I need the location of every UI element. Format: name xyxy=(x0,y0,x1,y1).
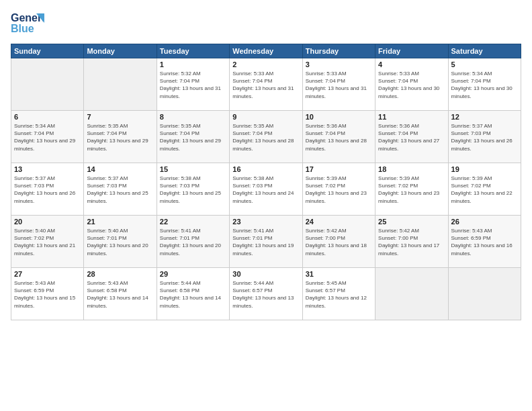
day-info: Sunrise: 5:43 AMSunset: 6:58 PMDaylight:… xyxy=(87,279,153,310)
calendar-cell: 14Sunrise: 5:37 AMSunset: 7:03 PMDayligh… xyxy=(84,163,157,216)
calendar-cell: 10Sunrise: 5:36 AMSunset: 7:04 PMDayligh… xyxy=(302,111,375,163)
day-info: Sunrise: 5:44 AMSunset: 6:57 PMDaylight:… xyxy=(232,279,299,310)
calendar-cell: 17Sunrise: 5:39 AMSunset: 7:02 PMDayligh… xyxy=(302,163,375,216)
calendar-cell: 1Sunrise: 5:32 AMSunset: 7:04 PMDaylight… xyxy=(157,58,229,111)
calendar-cell: 21Sunrise: 5:40 AMSunset: 7:01 PMDayligh… xyxy=(84,216,157,268)
day-info: Sunrise: 5:35 AMSunset: 7:04 PMDaylight:… xyxy=(160,122,226,152)
calendar-cell: 31Sunrise: 5:45 AMSunset: 6:57 PMDayligh… xyxy=(302,268,375,320)
day-info: Sunrise: 5:39 AMSunset: 7:02 PMDaylight:… xyxy=(378,175,445,205)
calendar-cell: 11Sunrise: 5:36 AMSunset: 7:04 PMDayligh… xyxy=(375,111,448,163)
day-number: 25 xyxy=(378,218,445,226)
day-number: 10 xyxy=(306,113,372,121)
weekday-header: Friday xyxy=(375,44,448,58)
day-info: Sunrise: 5:44 AMSunset: 6:58 PMDaylight:… xyxy=(160,279,226,310)
day-number: 17 xyxy=(306,165,372,173)
calendar-cell: 27Sunrise: 5:43 AMSunset: 6:59 PMDayligh… xyxy=(11,268,84,320)
day-info: Sunrise: 5:38 AMSunset: 7:03 PMDaylight:… xyxy=(232,175,299,205)
calendar-cell: 5Sunrise: 5:34 AMSunset: 7:04 PMDaylight… xyxy=(448,58,521,111)
day-info: Sunrise: 5:42 AMSunset: 7:00 PMDaylight:… xyxy=(378,227,445,257)
day-info: Sunrise: 5:41 AMSunset: 7:01 PMDaylight:… xyxy=(160,227,226,257)
day-number: 20 xyxy=(14,218,81,226)
weekday-header: Saturday xyxy=(448,44,521,58)
calendar-cell: 8Sunrise: 5:35 AMSunset: 7:04 PMDaylight… xyxy=(157,111,229,163)
calendar-cell: 13Sunrise: 5:37 AMSunset: 7:03 PMDayligh… xyxy=(11,163,84,216)
day-info: Sunrise: 5:37 AMSunset: 7:03 PMDaylight:… xyxy=(87,175,153,205)
calendar-cell: 9Sunrise: 5:35 AMSunset: 7:04 PMDaylight… xyxy=(230,111,302,163)
header: General Blue xyxy=(11,8,521,38)
calendar-cell: 12Sunrise: 5:37 AMSunset: 7:03 PMDayligh… xyxy=(448,111,521,163)
day-info: Sunrise: 5:32 AMSunset: 7:04 PMDaylight:… xyxy=(160,70,226,100)
day-info: Sunrise: 5:43 AMSunset: 6:59 PMDaylight:… xyxy=(14,279,81,310)
day-number: 26 xyxy=(451,218,518,226)
day-info: Sunrise: 5:35 AMSunset: 7:04 PMDaylight:… xyxy=(232,122,299,152)
weekday-header: Sunday xyxy=(11,44,84,58)
calendar-cell: 28Sunrise: 5:43 AMSunset: 6:58 PMDayligh… xyxy=(84,268,157,320)
day-number: 12 xyxy=(451,113,518,121)
calendar-cell xyxy=(375,268,448,320)
day-number: 5 xyxy=(451,60,518,68)
day-number: 31 xyxy=(306,270,372,278)
calendar-cell: 26Sunrise: 5:43 AMSunset: 6:59 PMDayligh… xyxy=(448,216,521,268)
day-number: 13 xyxy=(14,165,81,173)
calendar-cell: 7Sunrise: 5:35 AMSunset: 7:04 PMDaylight… xyxy=(84,111,157,163)
day-info: Sunrise: 5:36 AMSunset: 7:04 PMDaylight:… xyxy=(378,122,445,152)
calendar-cell: 23Sunrise: 5:41 AMSunset: 7:01 PMDayligh… xyxy=(230,216,302,268)
day-info: Sunrise: 5:37 AMSunset: 7:03 PMDaylight:… xyxy=(14,175,81,205)
calendar-week-row: 6Sunrise: 5:34 AMSunset: 7:04 PMDaylight… xyxy=(11,111,521,163)
svg-text:Blue: Blue xyxy=(11,23,34,34)
day-info: Sunrise: 5:43 AMSunset: 6:59 PMDaylight:… xyxy=(451,227,518,257)
calendar-page: General Blue SundayMondayTuesdayWednesda… xyxy=(0,0,532,411)
day-number: 9 xyxy=(232,113,299,121)
day-number: 14 xyxy=(87,165,153,173)
calendar-cell xyxy=(11,58,84,111)
day-number: 3 xyxy=(306,60,372,68)
calendar-week-row: 27Sunrise: 5:43 AMSunset: 6:59 PMDayligh… xyxy=(11,268,521,320)
calendar-cell: 24Sunrise: 5:42 AMSunset: 7:00 PMDayligh… xyxy=(302,216,375,268)
day-info: Sunrise: 5:33 AMSunset: 7:04 PMDaylight:… xyxy=(306,70,372,100)
day-number: 2 xyxy=(232,60,299,68)
calendar-table: SundayMondayTuesdayWednesdayThursdayFrid… xyxy=(11,44,521,320)
day-number: 21 xyxy=(87,218,153,226)
weekday-header: Tuesday xyxy=(157,44,229,58)
calendar-cell xyxy=(84,58,157,111)
calendar-cell: 19Sunrise: 5:39 AMSunset: 7:02 PMDayligh… xyxy=(448,163,521,216)
day-info: Sunrise: 5:40 AMSunset: 7:01 PMDaylight:… xyxy=(87,227,153,257)
calendar-cell: 2Sunrise: 5:33 AMSunset: 7:04 PMDaylight… xyxy=(230,58,302,111)
calendar-cell xyxy=(448,268,521,320)
calendar-cell: 20Sunrise: 5:40 AMSunset: 7:02 PMDayligh… xyxy=(11,216,84,268)
calendar-cell: 29Sunrise: 5:44 AMSunset: 6:58 PMDayligh… xyxy=(157,268,229,320)
calendar-week-row: 1Sunrise: 5:32 AMSunset: 7:04 PMDaylight… xyxy=(11,58,521,111)
logo-icon: General Blue xyxy=(11,8,44,38)
day-number: 28 xyxy=(87,270,153,278)
day-number: 24 xyxy=(306,218,372,226)
day-info: Sunrise: 5:45 AMSunset: 6:57 PMDaylight:… xyxy=(306,279,372,310)
calendar-cell: 15Sunrise: 5:38 AMSunset: 7:03 PMDayligh… xyxy=(157,163,229,216)
calendar-cell: 4Sunrise: 5:33 AMSunset: 7:04 PMDaylight… xyxy=(375,58,448,111)
day-number: 6 xyxy=(14,113,81,121)
weekday-header: Wednesday xyxy=(230,44,302,58)
day-number: 22 xyxy=(160,218,226,226)
calendar-week-row: 20Sunrise: 5:40 AMSunset: 7:02 PMDayligh… xyxy=(11,216,521,268)
day-number: 7 xyxy=(87,113,153,121)
day-info: Sunrise: 5:35 AMSunset: 7:04 PMDaylight:… xyxy=(87,122,153,152)
logo: General Blue xyxy=(11,8,46,38)
calendar-cell: 16Sunrise: 5:38 AMSunset: 7:03 PMDayligh… xyxy=(230,163,302,216)
day-number: 27 xyxy=(14,270,81,278)
day-info: Sunrise: 5:41 AMSunset: 7:01 PMDaylight:… xyxy=(232,227,299,257)
day-info: Sunrise: 5:39 AMSunset: 7:02 PMDaylight:… xyxy=(451,175,518,205)
day-info: Sunrise: 5:38 AMSunset: 7:03 PMDaylight:… xyxy=(160,175,226,205)
calendar-week-row: 13Sunrise: 5:37 AMSunset: 7:03 PMDayligh… xyxy=(11,163,521,216)
calendar-cell: 22Sunrise: 5:41 AMSunset: 7:01 PMDayligh… xyxy=(157,216,229,268)
calendar-cell: 18Sunrise: 5:39 AMSunset: 7:02 PMDayligh… xyxy=(375,163,448,216)
day-info: Sunrise: 5:36 AMSunset: 7:04 PMDaylight:… xyxy=(306,122,372,152)
calendar-cell: 6Sunrise: 5:34 AMSunset: 7:04 PMDaylight… xyxy=(11,111,84,163)
day-info: Sunrise: 5:39 AMSunset: 7:02 PMDaylight:… xyxy=(306,175,372,205)
calendar-cell: 30Sunrise: 5:44 AMSunset: 6:57 PMDayligh… xyxy=(230,268,302,320)
day-number: 4 xyxy=(378,60,445,68)
day-number: 23 xyxy=(232,218,299,226)
calendar-cell: 25Sunrise: 5:42 AMSunset: 7:00 PMDayligh… xyxy=(375,216,448,268)
weekday-header: Thursday xyxy=(302,44,375,58)
day-number: 18 xyxy=(378,165,445,173)
day-number: 16 xyxy=(232,165,299,173)
day-info: Sunrise: 5:42 AMSunset: 7:00 PMDaylight:… xyxy=(306,227,372,257)
